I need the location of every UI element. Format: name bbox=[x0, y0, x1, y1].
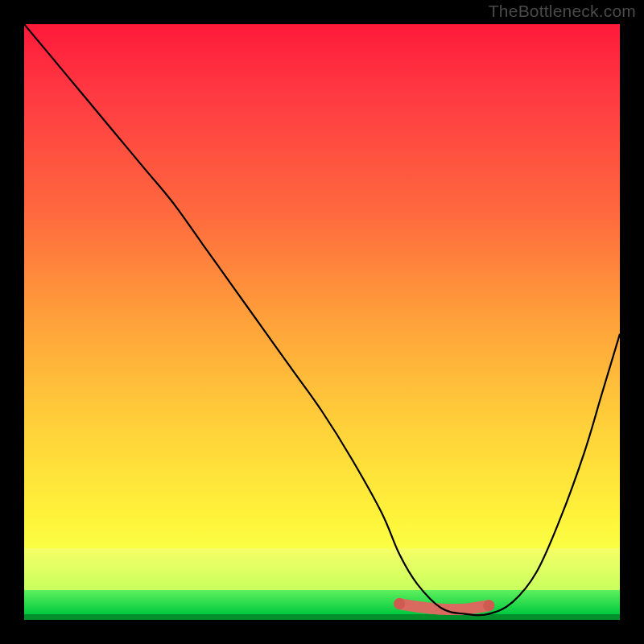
chart-svg bbox=[24, 24, 620, 620]
optimal-range-start-dot bbox=[394, 598, 405, 609]
bottleneck-curve bbox=[24, 24, 620, 615]
watermark-text: TheBottleneck.com bbox=[489, 2, 636, 21]
optimal-range-end-dot bbox=[483, 600, 494, 611]
chart-frame: TheBottleneck.com bbox=[0, 0, 644, 644]
plot-area bbox=[24, 24, 620, 620]
